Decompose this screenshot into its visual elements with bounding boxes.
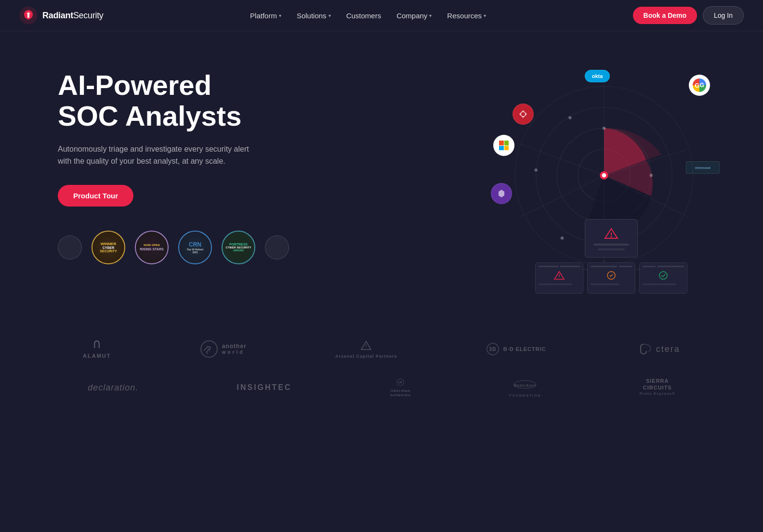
award-laurel-left (58, 235, 82, 260)
another-world-icon (200, 339, 218, 359)
svg-point-29 (659, 272, 667, 279)
logos-section: ALAMUT another world (0, 320, 763, 445)
nav-item-company[interactable]: Company ▾ (396, 12, 432, 20)
svg-point-19 (568, 116, 572, 119)
logo-arsenal: Arsenal Capital Partners (335, 339, 397, 359)
navbar: RadiantSecurity Platform ▾ Solutions ▾ C… (0, 0, 763, 31)
logo-ctera: ctera (635, 339, 680, 359)
dashboard-panel (532, 219, 691, 294)
hero-subtitle: Autonomously triage and investigate ever… (58, 143, 250, 168)
arsenal-triangle-icon (360, 339, 372, 352)
awards-section: WINNER CYBER SECURITY NOW OPEN RISING ST… (58, 231, 289, 264)
hero-section: AI-Powered SOC Analysts Autonomously tri… (0, 31, 763, 320)
chevron-down-icon: ▾ (329, 13, 331, 18)
nav-links: Platform ▾ Solutions ▾ Customers Company… (250, 12, 486, 20)
alert-triangle-icon (604, 226, 618, 241)
dash-card-3 (639, 262, 687, 294)
logo-declaration: declaration. (88, 378, 138, 397)
svg-point-26 (611, 236, 612, 238)
logo-medicalert: MedicAlert FOUNDATION (509, 378, 541, 397)
nav-link-platform[interactable]: Platform ▾ (250, 12, 281, 20)
logo-alamut: ALAMUT (83, 339, 111, 359)
logo-bd-electric: 3D B·D ELECTRIC (486, 339, 546, 359)
nav-link-solutions[interactable]: Solutions ▾ (297, 12, 331, 20)
svg-text:LN: LN (399, 381, 402, 384)
nav-item-solutions[interactable]: Solutions ▾ (297, 12, 331, 20)
logo-insightec: INSIGHTEC (237, 378, 291, 397)
ctera-icon (635, 339, 652, 359)
logos-row-2: declaration. INSIGHTEC LN libermannetwor… (39, 378, 724, 397)
svg-point-15 (650, 174, 653, 177)
svg-point-14 (603, 127, 606, 130)
product-tour-button[interactable]: Product Tour (58, 185, 133, 207)
logo-liberman: LN libermannetworks (390, 378, 411, 397)
hero-title: AI-Powered SOC Analysts (58, 70, 289, 131)
nav-link-company[interactable]: Company ▾ (396, 12, 432, 20)
nav-item-customers[interactable]: Customers (346, 12, 382, 20)
chevron-down-icon: ▾ (429, 13, 432, 18)
nav-link-resources[interactable]: Resources ▾ (447, 12, 486, 20)
nav-item-platform[interactable]: Platform ▾ (250, 12, 281, 20)
hero-visualization: okta G mimecast (484, 60, 724, 301)
alamut-arch-svg (90, 339, 104, 349)
dashboard-sub-cards (532, 262, 691, 294)
nav-link-customers[interactable]: Customers (346, 12, 382, 20)
chevron-down-icon: ▾ (279, 13, 281, 18)
award-crn-badge: CRN Top 10 Hottest 2023 (178, 231, 212, 264)
logo[interactable]: RadiantSecurity (19, 6, 104, 25)
logo-another-world: another world (200, 339, 247, 359)
bd-electric-icon: 3D (486, 339, 500, 359)
svg-line-13 (520, 144, 604, 175)
award-now-open-badge: NOW OPEN RISING STARS (135, 231, 169, 264)
logos-row-1: ALAMUT another world (39, 339, 724, 359)
logo-icon (19, 6, 38, 25)
award-laurel-right (265, 235, 289, 260)
nav-item-resources[interactable]: Resources ▾ (447, 12, 486, 20)
alert-card-main (585, 219, 638, 258)
dash-card-1 (535, 262, 583, 294)
book-demo-button[interactable]: Book a Demo (633, 7, 697, 24)
hero-content: AI-Powered SOC Analysts Autonomously tri… (58, 60, 289, 264)
award-cyber-badge: WINNER CYBER SECURITY (92, 231, 125, 264)
login-button[interactable]: Log In (703, 6, 744, 25)
liberman-icon: LN (393, 378, 408, 387)
chevron-down-icon: ▾ (484, 13, 486, 18)
nav-actions: Book a Demo Log In (633, 6, 744, 25)
logo-sierra-circuits: SIERRA CIRCUITS Proto Express® (640, 378, 675, 397)
award-fortress-badge: FORTRESS CYBER SECURITY AWARD (222, 231, 255, 264)
card3-icon (658, 270, 669, 281)
card2-icon (605, 270, 617, 281)
svg-text:MedicAlert: MedicAlert (514, 384, 536, 387)
logo-text: RadiantSecurity (42, 11, 104, 21)
dash-card-2 (587, 262, 635, 294)
card1-icon (553, 270, 565, 281)
svg-point-18 (534, 169, 538, 172)
medicalert-icon: MedicAlert (513, 378, 537, 391)
svg-text:3D: 3D (489, 347, 496, 352)
